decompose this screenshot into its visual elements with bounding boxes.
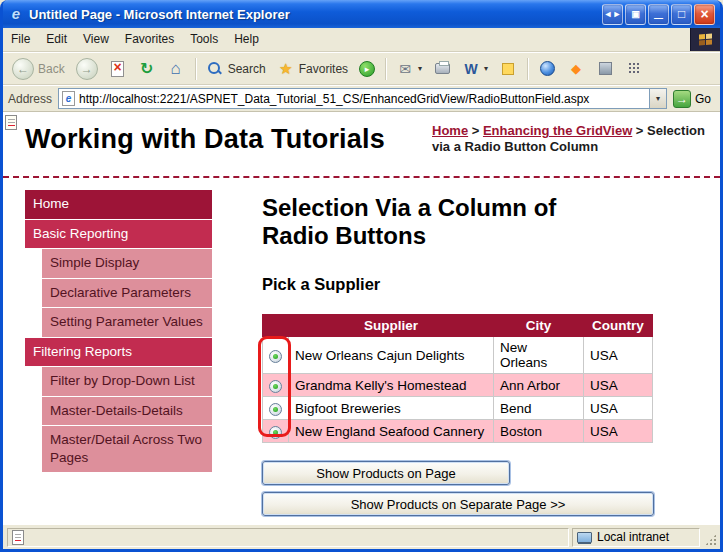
show-products-separate-page-button[interactable]: Show Products on Separate Page >> [262, 492, 654, 516]
close-button[interactable]: × [694, 4, 715, 25]
messenger-icon: ◆ [567, 60, 585, 78]
breadcrumb-link-enhancing[interactable]: Enhancing the GridView [483, 123, 632, 138]
table-row: New England Seafood Cannery Boston USA [263, 420, 653, 443]
header-radio-column [263, 315, 289, 337]
sidebar-item-home[interactable]: Home [25, 190, 212, 219]
show-products-on-page-button[interactable]: Show Products on Page [262, 461, 510, 485]
cell-supplier: New Orleans Cajun Delights [289, 337, 494, 374]
forward-arrow-icon: → [76, 58, 98, 80]
menu-favorites[interactable]: Favorites [117, 28, 182, 51]
table-row: Bigfoot Breweries Bend USA [263, 397, 653, 420]
sidebar-item-filter-by-dropdown-list[interactable]: Filter by Drop-Down List [42, 367, 212, 396]
edit-with-word-button[interactable]: W ▾ [458, 58, 492, 80]
sidebar-item-filtering-reports[interactable]: Filtering Reports [25, 338, 212, 367]
titlebar-nav-button[interactable]: ◄► [602, 4, 623, 25]
ie-logo-icon: e [8, 6, 24, 22]
menu-file[interactable]: File [3, 28, 38, 51]
table-row: New Orleans Cajun Delights New Orleans U… [263, 337, 653, 374]
toolbar-options-button[interactable] [621, 58, 647, 80]
toolbar-separator [385, 58, 386, 80]
research-icon [599, 62, 612, 75]
search-icon [207, 61, 222, 76]
supplier-radio[interactable] [269, 426, 282, 439]
menu-view[interactable]: View [75, 28, 117, 51]
cell-country: USA [584, 337, 653, 374]
status-pane-main [7, 528, 569, 547]
grid-header-row: Supplier City Country [263, 315, 653, 337]
resize-grip[interactable] [703, 528, 718, 547]
go-arrow-icon: → [673, 90, 691, 108]
suppliers-grid-wrapper: Supplier City Country New Orleans Cajun … [262, 314, 653, 443]
breadcrumb-link-home[interactable]: Home [432, 123, 468, 138]
stop-button[interactable] [105, 58, 131, 80]
cell-city: Bend [494, 397, 584, 420]
favorites-star-icon: ★ [277, 60, 295, 78]
maximize-button[interactable]: □ [671, 4, 692, 25]
header-supplier: Supplier [289, 315, 494, 337]
menu-tools[interactable]: Tools [182, 28, 226, 51]
supplier-radio[interactable] [269, 380, 282, 393]
main-content: Selection Via a Column of Radio Buttons … [212, 190, 720, 523]
address-label: Address [8, 92, 52, 106]
throbber-windows-logo-icon [690, 28, 720, 51]
home-button[interactable]: ⌂ [163, 58, 189, 80]
print-button[interactable] [429, 58, 455, 80]
menu-edit[interactable]: Edit [38, 28, 75, 51]
menu-spacer [267, 28, 690, 51]
refresh-button[interactable]: ↻ [134, 58, 160, 80]
titlebar-screen-button[interactable]: ▣ [625, 4, 646, 25]
window-title: Untitled Page - Microsoft Internet Explo… [29, 7, 597, 22]
word-icon: W [462, 60, 480, 78]
toolbar-separator [195, 58, 196, 80]
toolbar-separator [527, 58, 528, 80]
media-button[interactable]: ▸ [355, 59, 379, 79]
page-title: Selection Via a Column of Radio Buttons [262, 194, 622, 249]
sidebar-item-simple-display[interactable]: Simple Display [42, 249, 212, 278]
supplier-radio[interactable] [269, 350, 282, 363]
favorites-button[interactable]: ★ Favorites [273, 58, 352, 80]
sidebar-nav: Home Basic Reporting Simple Display Decl… [25, 190, 212, 523]
address-bar: Address e http://localhost:2221/ASPNET_D… [3, 85, 720, 112]
go-button[interactable]: → Go [673, 90, 715, 108]
media-icon: ▸ [359, 61, 375, 77]
cell-city: Boston [494, 420, 584, 443]
page-header: Working with Data Tutorials Home > Enhan… [3, 112, 720, 178]
supplier-radio[interactable] [269, 403, 282, 416]
window-controls: ◄► ▣ — □ × [602, 4, 715, 25]
breadcrumb-separator: > [632, 123, 647, 138]
sidebar-item-declarative-parameters[interactable]: Declarative Parameters [42, 279, 212, 308]
status-document-icon [12, 530, 24, 545]
sidebar-item-master-detail-two-pages[interactable]: Master/Detail Across Two Pages [42, 426, 212, 472]
forward-button[interactable]: → [72, 56, 102, 82]
address-dropdown-button[interactable]: ▾ [649, 89, 666, 108]
cell-country: USA [584, 397, 653, 420]
refresh-icon: ↻ [138, 60, 156, 78]
edit-button[interactable] [495, 58, 521, 80]
breadcrumb: Home > Enhancing the GridView > Selectio… [432, 123, 710, 155]
status-bar: Local intranet [3, 524, 720, 549]
zone-label: Local intranet [597, 530, 669, 544]
home-icon: ⌂ [167, 60, 185, 78]
messenger-button[interactable]: ◆ [563, 58, 589, 80]
stop-icon [111, 61, 124, 77]
search-button[interactable]: Search [202, 58, 270, 80]
sidebar-item-basic-reporting[interactable]: Basic Reporting [25, 220, 212, 249]
edit-icon [502, 63, 514, 75]
sidebar-item-setting-parameter-values[interactable]: Setting Parameter Values [42, 308, 212, 337]
sidebar-item-master-details-details[interactable]: Master-Details-Details [42, 397, 212, 426]
cell-city: Ann Arbor [494, 374, 584, 397]
title-bar: e Untitled Page - Microsoft Internet Exp… [3, 0, 720, 28]
print-icon [435, 63, 450, 74]
mail-button[interactable]: ✉ ▾ [392, 58, 426, 80]
browser-window: e Untitled Page - Microsoft Internet Exp… [0, 0, 723, 552]
web-zone-button[interactable] [534, 58, 560, 80]
cell-country: USA [584, 420, 653, 443]
back-button[interactable]: ← Back [8, 56, 69, 82]
mail-dropdown-icon: ▾ [418, 64, 422, 73]
menu-help[interactable]: Help [226, 28, 267, 51]
address-input[interactable]: e http://localhost:2221/ASPNET_Data_Tuto… [58, 88, 667, 109]
globe-icon [540, 61, 555, 76]
word-dropdown-icon: ▾ [484, 64, 488, 73]
minimize-button[interactable]: — [648, 4, 669, 25]
research-button[interactable] [592, 58, 618, 80]
